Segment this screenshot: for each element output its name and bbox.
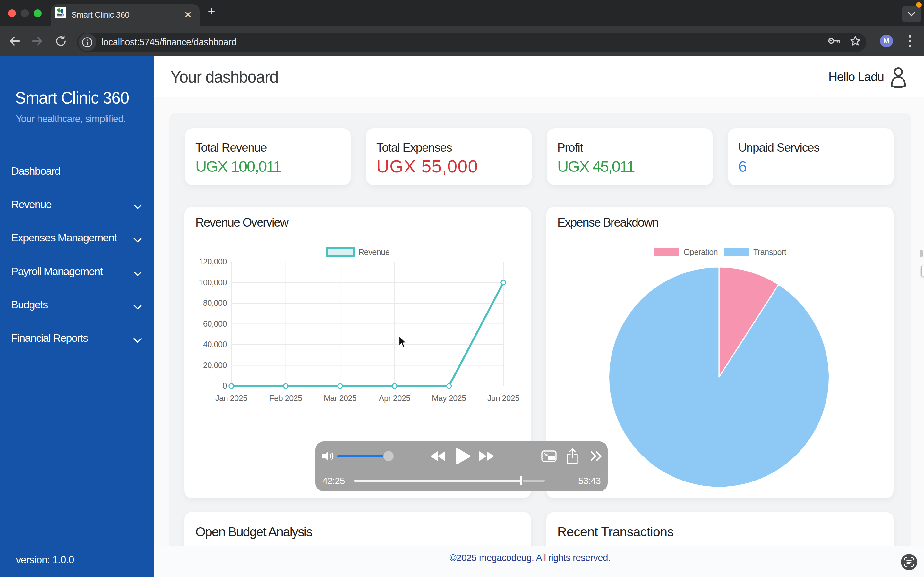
svg-text:0: 0 bbox=[222, 381, 227, 390]
svg-text:Operation: Operation bbox=[684, 247, 718, 256]
svg-text:Revenue: Revenue bbox=[359, 247, 389, 256]
svg-text:20,000: 20,000 bbox=[203, 361, 227, 370]
svg-text:40,000: 40,000 bbox=[203, 340, 227, 349]
svg-text:Feb 2025: Feb 2025 bbox=[269, 394, 302, 403]
svg-text:Jan 2025: Jan 2025 bbox=[215, 394, 247, 403]
svg-text:120,000: 120,000 bbox=[199, 257, 227, 266]
svg-text:May 2025: May 2025 bbox=[432, 394, 466, 403]
svg-text:60,000: 60,000 bbox=[203, 319, 227, 328]
svg-text:Transport: Transport bbox=[753, 247, 787, 256]
svg-text:Apr 2025: Apr 2025 bbox=[379, 394, 410, 403]
svg-text:Mar 2025: Mar 2025 bbox=[324, 394, 357, 403]
svg-text:Jun 2025: Jun 2025 bbox=[487, 394, 519, 403]
svg-text:100,000: 100,000 bbox=[199, 278, 227, 287]
svg-text:80,000: 80,000 bbox=[203, 298, 227, 308]
